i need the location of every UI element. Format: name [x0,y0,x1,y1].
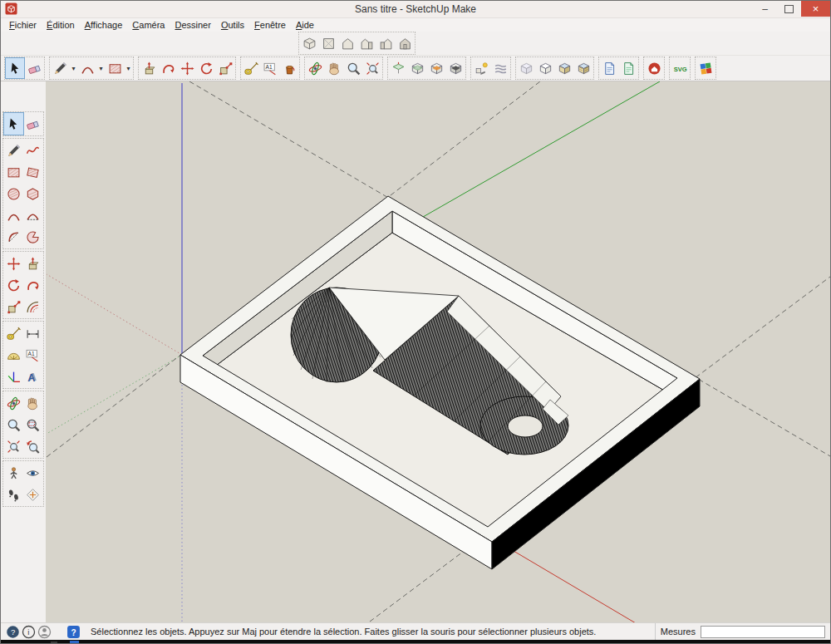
zoom-tool-button[interactable] [344,58,362,78]
maximize-button[interactable] [777,1,801,17]
eraser-tool[interactable] [23,113,42,135]
menu-affichage[interactable]: Affichage [80,20,128,30]
look-around-tool[interactable] [23,462,42,484]
offset-tool[interactable] [23,296,42,317]
protractor-tool[interactable] [4,344,23,366]
chevron-down-icon[interactable]: ▾ [97,65,105,72]
pushpull-icon [142,61,156,76]
view-iso-button[interactable] [300,33,318,53]
line-tool[interactable] [4,140,23,161]
shapes-tool-button[interactable] [106,58,124,78]
pan-tool[interactable] [23,392,42,414]
rotated-rectangle-tool[interactable] [23,161,42,183]
pie-tool[interactable] [23,226,42,248]
menu-edition[interactable]: Édition [42,20,80,30]
viewleft-icon [379,37,393,51]
section-display-button[interactable] [408,58,426,78]
follow-me-tool-button[interactable] [159,58,177,78]
paint-bucket-tool-button[interactable] [280,58,298,78]
select-tool[interactable] [4,113,23,135]
helpc-icon: ? [6,625,20,639]
measurements-label: Mesures [661,627,696,637]
view-right-button[interactable] [357,33,376,53]
extension-warehouse-button[interactable] [645,58,663,78]
zoom-window-tool[interactable] [23,414,42,435]
section-fill-button[interactable] [446,58,465,78]
text-tool[interactable]: A1 [23,344,42,366]
scale-tool-button[interactable] [216,58,234,78]
chevron-down-icon[interactable]: ▾ [125,65,132,72]
extension-doc-button-1[interactable] [600,58,618,78]
section-plane-button[interactable] [389,58,407,78]
move-tool[interactable] [4,253,23,274]
arc-tool[interactable] [4,204,23,226]
three-point-arc-tool[interactable] [4,226,23,248]
measurements-input[interactable] [701,626,825,638]
walk-tool[interactable] [4,484,23,505]
minimize-button[interactable]: – [753,1,777,17]
eraser-tool-button[interactable] [25,58,43,78]
help-button[interactable]: ? [6,625,20,639]
select-tool-button[interactable] [6,58,24,78]
section-cut-button[interactable] [427,58,445,78]
view-back-button[interactable] [396,33,414,53]
svg-export-button[interactable]: SVG [671,58,689,78]
viewport-3d[interactable] [46,81,830,622]
zoom-extents-tool[interactable] [4,435,23,457]
view-top-button[interactable] [319,33,337,53]
menu-aide[interactable]: Aide [291,20,319,30]
circle-tool[interactable] [4,183,23,204]
infoc-icon: i [22,625,36,639]
axes-tool[interactable] [4,366,23,387]
position-camera-tool[interactable] [4,462,23,484]
menu-fichier[interactable]: Fichier [4,20,42,30]
menu-dessiner[interactable]: Dessiner [170,20,215,30]
tape-measure-tool-button[interactable] [242,58,260,78]
dimension-tool[interactable] [23,322,42,344]
menu-outils[interactable]: Outils [216,20,249,30]
move-tool-button[interactable] [178,58,196,78]
two-point-arc-tool[interactable] [23,204,42,226]
extension-doc-button-2[interactable] [619,58,637,78]
view-front-button[interactable] [338,33,356,53]
style-xray-button[interactable] [517,58,535,78]
menu-camera[interactable]: Caméra [127,20,170,30]
previous-view-tool[interactable] [23,435,42,457]
arcs-tool-button[interactable] [78,58,96,78]
rotate-tool[interactable] [4,274,23,296]
tape-icon [7,327,21,341]
instructor-help-button[interactable]: ? [66,625,81,639]
orbit-tool-button[interactable] [306,58,324,78]
style-textured-button[interactable] [574,58,593,78]
user-account-button[interactable] [37,625,52,639]
orbit-tool[interactable] [4,392,23,414]
section-plane-tool[interactable] [23,484,42,505]
chevron-down-icon[interactable]: ▾ [70,65,77,72]
extension-colors-button[interactable] [696,58,715,78]
scale-tool[interactable] [4,296,23,317]
follow-me-tool[interactable] [23,274,42,296]
info-button[interactable]: i [22,625,36,639]
style-shaded-button[interactable] [555,58,573,78]
view-left-button[interactable] [376,33,395,53]
rectangle-tool[interactable] [4,161,23,183]
3d-text-tool[interactable]: AA [23,366,42,387]
style-hidden-line-button[interactable] [536,58,554,78]
shadows-button[interactable] [472,58,490,78]
rotate-tool-button[interactable] [197,58,215,78]
push-pull-tool-button[interactable] [140,58,158,78]
fog-button[interactable] [491,58,509,78]
zoom-tool[interactable] [4,414,23,435]
tape-measure-tool[interactable] [4,322,23,344]
polygon-tool[interactable] [23,183,42,204]
zoom-extents-button[interactable] [363,58,381,78]
taskbar-app-icon[interactable] [70,641,79,644]
close-button[interactable]: × [801,1,830,17]
text-tool-button[interactable]: A1 [261,58,279,78]
freehand-tool[interactable] [23,140,42,161]
pan-tool-button[interactable] [325,58,343,78]
line-tool-button[interactable] [51,58,69,78]
svgexp-icon: SVG [673,61,687,76]
push-pull-tool[interactable] [23,253,42,274]
menu-fenetre[interactable]: Fenêtre [249,20,291,30]
